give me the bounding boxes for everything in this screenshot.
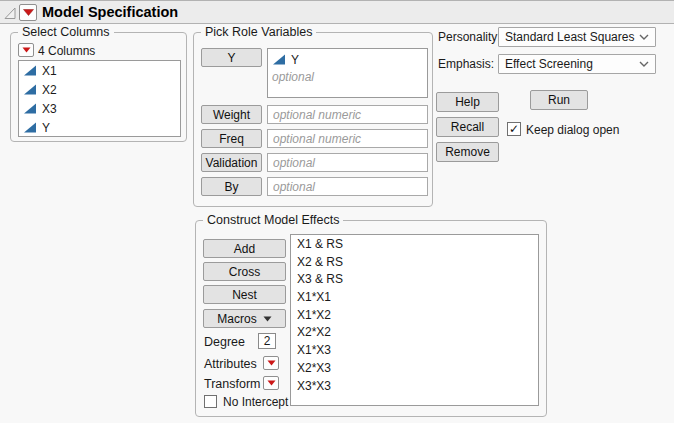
column-item[interactable]: X3 <box>19 99 180 118</box>
degree-field[interactable] <box>258 333 276 349</box>
attributes-red-triangle-button[interactable] <box>263 356 279 370</box>
construct-model-effects-label: Construct Model Effects <box>203 213 343 227</box>
black-triangle-down-icon <box>263 316 272 322</box>
red-triangle-icon <box>267 360 276 366</box>
columns-count-label: 4 Columns <box>38 44 95 58</box>
personality-label: Personality: <box>438 30 501 44</box>
outline-title-bar: Model Specification <box>0 0 674 24</box>
continuous-column-icon <box>272 53 286 66</box>
column-item[interactable]: X2 <box>19 80 180 99</box>
y-role-button[interactable]: Y <box>201 48 262 67</box>
help-button[interactable]: Help <box>436 92 499 112</box>
validation-role-field[interactable] <box>267 153 428 172</box>
effect-item[interactable]: X1*X3 <box>291 343 538 361</box>
continuous-column-icon <box>23 121 37 134</box>
chevron-down-icon <box>639 60 649 68</box>
y-role-listbox[interactable]: Y optional <box>267 48 428 98</box>
pick-role-variables-label: Pick Role Variables <box>201 25 316 39</box>
effect-item[interactable]: X2*X2 <box>291 325 538 343</box>
select-columns-label: Select Columns <box>18 25 114 39</box>
cross-button[interactable]: Cross <box>203 262 286 281</box>
columns-listbox[interactable]: X1 X2 X3 Y <box>18 60 181 137</box>
column-item[interactable]: X1 <box>19 61 180 80</box>
red-triangle-icon <box>23 9 34 16</box>
recall-button[interactable]: Recall <box>436 117 499 137</box>
run-button[interactable]: Run <box>530 90 588 110</box>
red-triangle-icon <box>22 47 31 53</box>
transform-red-triangle-button[interactable] <box>263 376 279 390</box>
emphasis-label: Emphasis: <box>438 57 494 71</box>
effect-item[interactable]: X1 & RS <box>291 237 538 255</box>
red-triangle-menu-button[interactable] <box>19 4 37 21</box>
construct-model-effects-panel: Construct Model Effects Add Cross Nest M… <box>195 220 547 417</box>
fit-model-dialog: Model Specification Select Columns 4 Col… <box>0 0 674 423</box>
transform-label: Transform <box>204 377 261 391</box>
freq-role-field[interactable] <box>267 129 428 148</box>
effect-item[interactable]: X1*X2 <box>291 308 538 326</box>
column-item[interactable]: Y <box>19 118 180 137</box>
degree-label: Degree <box>204 335 245 349</box>
y-role-item[interactable]: Y <box>268 49 427 68</box>
weight-role-field[interactable] <box>267 105 428 124</box>
nest-button[interactable]: Nest <box>203 285 286 304</box>
attributes-label: Attributes <box>204 357 257 371</box>
continuous-column-icon <box>23 102 37 115</box>
freq-role-button[interactable]: Freq <box>201 129 262 148</box>
continuous-column-icon <box>23 64 37 77</box>
page-title: Model Specification <box>42 4 178 20</box>
disclosure-triangle-icon[interactable] <box>3 6 17 20</box>
select-columns-panel: Select Columns 4 Columns X1 X2 X3 Y <box>10 32 187 142</box>
effect-item[interactable]: X2*X3 <box>291 361 538 379</box>
by-role-button[interactable]: By <box>201 177 262 196</box>
emphasis-dropdown[interactable]: Effect Screening <box>498 54 656 74</box>
effect-item[interactable]: X3*X3 <box>291 379 538 397</box>
remove-button[interactable]: Remove <box>436 142 499 162</box>
checkmark-icon: ✓ <box>509 123 519 135</box>
no-intercept-checkbox[interactable] <box>204 395 217 408</box>
pick-role-variables-panel: Pick Role Variables Y Y optional Weight … <box>193 32 433 207</box>
personality-dropdown[interactable]: Standard Least Squares <box>498 27 656 47</box>
weight-role-button[interactable]: Weight <box>201 105 262 124</box>
validation-role-button[interactable]: Validation <box>201 153 262 172</box>
effect-item[interactable]: X2 & RS <box>291 255 538 273</box>
by-role-field[interactable] <box>267 177 428 196</box>
add-button[interactable]: Add <box>203 239 286 258</box>
y-role-optional-hint: optional <box>268 68 427 85</box>
effect-item[interactable]: X3 & RS <box>291 272 538 290</box>
continuous-column-icon <box>23 83 37 96</box>
macros-menu-button[interactable]: Macros <box>203 309 286 328</box>
no-intercept-label: No Intercept <box>223 395 288 409</box>
model-effects-listbox[interactable]: X1 & RS X2 & RS X3 & RS X1*X1 X1*X2 X2*X… <box>290 234 539 406</box>
keep-dialog-open-label: Keep dialog open <box>526 123 619 137</box>
red-triangle-icon <box>267 380 276 386</box>
columns-red-triangle-button[interactable] <box>18 43 34 57</box>
effect-item[interactable]: X1*X1 <box>291 290 538 308</box>
chevron-down-icon <box>639 33 649 41</box>
keep-dialog-open-checkbox[interactable]: ✓ <box>507 122 521 136</box>
